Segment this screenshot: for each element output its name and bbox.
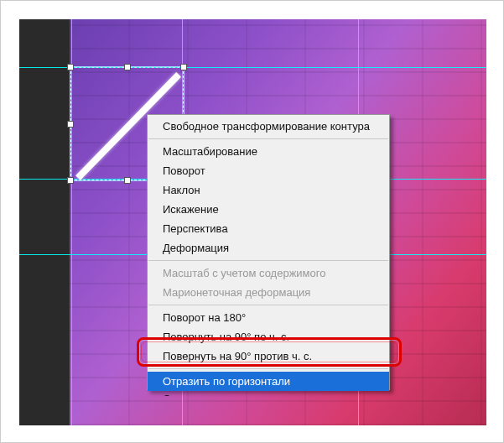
menu-item-transform-3[interactable]: Искажение	[148, 200, 389, 219]
menu-item-transform-4[interactable]: Перспектива	[148, 219, 389, 238]
menu-item-rotate-2[interactable]: Повернуть на 90° против ч. с.	[148, 347, 389, 366]
menu-item-rotate-1[interactable]: Повернуть на 90° по ч. с.	[148, 327, 389, 347]
screenshot-frame: Свободное трансформирование контура Масш…	[0, 0, 504, 443]
menu-item-transform-2[interactable]: Наклон	[148, 180, 389, 200]
menu-item-flip-horizontal[interactable]: Отразить по горизонтали	[148, 372, 389, 391]
transform-handle[interactable]	[67, 177, 74, 184]
transform-handle[interactable]	[67, 64, 74, 70]
transform-handle[interactable]	[124, 177, 131, 184]
menu-item-contentaware-0: Масштаб с учетом содержимого	[148, 263, 389, 283]
transform-context-menu: Свободное трансформирование контура Масш…	[147, 114, 390, 390]
menu-item-transform-1[interactable]: Поворот	[148, 161, 389, 180]
menu-item-contentaware-1: Марионеточная деформация	[148, 283, 389, 302]
menu-separator	[148, 260, 388, 261]
menu-separator	[148, 305, 388, 305]
transform-handle[interactable]	[124, 64, 131, 70]
editor-viewport: Свободное трансформирование контура Масш…	[19, 19, 486, 425]
menu-item-transform-0[interactable]: Масштабирование	[148, 142, 389, 161]
menu-separator	[148, 368, 388, 369]
menu-item-rotate-0[interactable]: Поворот на 180°	[148, 308, 389, 327]
transform-handle[interactable]	[180, 64, 187, 70]
transform-handle[interactable]	[67, 121, 74, 128]
menu-item-flip-vertical[interactable]: Отразить по вертикали	[148, 391, 389, 396]
menu-separator	[148, 138, 388, 139]
menu-title[interactable]: Свободное трансформирование контура	[148, 117, 389, 136]
menu-item-transform-5[interactable]: Деформация	[148, 238, 389, 258]
